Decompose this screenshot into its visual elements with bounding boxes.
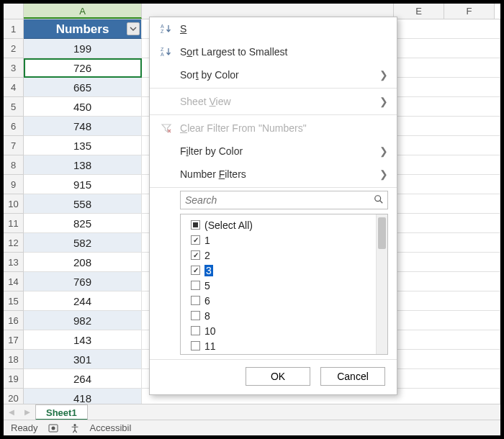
filter-value-item[interactable]: (Select All) (182, 217, 386, 232)
row-header[interactable]: 5 (4, 97, 24, 117)
filter-value-item[interactable]: 1 (182, 232, 386, 248)
select-all-corner[interactable] (4, 4, 24, 19)
row-header[interactable]: 18 (4, 350, 24, 369)
row-header[interactable]: 20 (4, 389, 24, 404)
menu-separator (150, 187, 397, 188)
row-header[interactable]: 1 (4, 19, 24, 39)
row-header[interactable]: 3 (4, 58, 24, 78)
cell[interactable]: 726 (24, 58, 142, 78)
checkbox-icon[interactable] (191, 296, 200, 305)
row-header[interactable]: 9 (4, 175, 24, 194)
checkbox-icon[interactable] (191, 266, 200, 275)
ok-button[interactable]: OK (246, 367, 310, 386)
cell[interactable]: 450 (24, 97, 142, 117)
cancel-button[interactable]: Cancel (320, 367, 385, 386)
sheet-tab-sheet1[interactable]: Sheet1 (35, 404, 88, 420)
clear-filter: Clear Filter From "Numbers" (150, 117, 397, 140)
cell[interactable]: 748 (24, 117, 142, 136)
row-header[interactable]: 12 (4, 233, 24, 253)
sheet-tabs-bar: ◄ ► Sheet1 (4, 404, 500, 420)
checkbox-icon[interactable] (191, 341, 200, 350)
tab-nav-prev[interactable]: ◄ (4, 407, 19, 417)
cell[interactable]: 135 (24, 136, 142, 155)
filter-by-color[interactable]: Filter by Color ❯ (150, 140, 397, 163)
sort-descending[interactable]: ZA Sort Largest to Smallest (150, 40, 397, 63)
cell[interactable]: 418 (24, 389, 142, 404)
sort-ascending[interactable]: AZ S (150, 17, 397, 40)
svg-text:Z: Z (161, 29, 164, 34)
cell[interactable]: 199 (24, 39, 142, 58)
filter-value-label: 8 (204, 310, 210, 322)
filter-value-label: (Select All) (204, 220, 253, 231)
filter-value-item[interactable]: 11 (182, 338, 386, 353)
filter-dropdown-button[interactable] (127, 22, 140, 35)
cell[interactable]: 982 (24, 311, 142, 330)
chevron-right-icon: ❯ (379, 145, 388, 157)
filter-value-item[interactable]: 6 (182, 293, 386, 308)
row-header[interactable]: 11 (4, 214, 24, 233)
checkbox-icon[interactable] (191, 235, 200, 245)
cell[interactable]: 301 (24, 350, 142, 369)
cell[interactable]: 665 (24, 78, 142, 97)
cell[interactable]: 769 (24, 272, 142, 291)
status-bar: Ready Accessibil (4, 420, 500, 435)
cell[interactable]: 582 (24, 233, 142, 253)
search-icon (370, 194, 387, 207)
checkbox-icon[interactable] (191, 220, 200, 230)
filter-value-label: 2 (204, 250, 210, 261)
sheet-view: Sheet View ❯ (150, 90, 397, 113)
cell[interactable]: 244 (24, 291, 142, 311)
menu-separator (150, 114, 397, 115)
accessibility-icon[interactable] (70, 423, 80, 433)
checkbox-icon[interactable] (191, 281, 200, 290)
row-header[interactable]: 16 (4, 311, 24, 330)
cell[interactable]: 138 (24, 155, 142, 175)
table-header-label: Numbers (56, 19, 109, 39)
col-header-e[interactable]: E (394, 4, 444, 19)
row-header[interactable]: 7 (4, 136, 24, 155)
checkbox-icon[interactable] (191, 326, 200, 335)
row-header[interactable]: 13 (4, 253, 24, 272)
cell[interactable]: 558 (24, 194, 142, 214)
row-header[interactable]: 15 (4, 291, 24, 311)
filter-search-box[interactable] (180, 191, 388, 209)
row-header[interactable]: 4 (4, 78, 24, 97)
number-filters[interactable]: Number Filters ❯ (150, 163, 397, 186)
filter-value-label: 1 (204, 235, 210, 246)
row-header[interactable]: 14 (4, 272, 24, 291)
table-header-numbers[interactable]: Numbers (24, 19, 142, 39)
filter-value-item[interactable]: 10 (182, 323, 386, 338)
macro-record-icon[interactable] (48, 423, 60, 433)
filter-list-scrollbar[interactable] (376, 214, 387, 354)
cell[interactable]: 264 (24, 369, 142, 389)
row-header[interactable]: 17 (4, 330, 24, 350)
cell[interactable]: 825 (24, 214, 142, 233)
row-header[interactable]: 10 (4, 194, 24, 214)
col-header-f[interactable]: F (444, 4, 495, 19)
filter-value-label: 5 (204, 280, 210, 291)
sort-by-color[interactable]: Sort by Color ❯ (150, 63, 397, 86)
menu-separator (150, 88, 397, 89)
checkbox-icon[interactable] (191, 311, 200, 320)
filter-value-item[interactable]: 8 (182, 308, 386, 323)
row-header[interactable]: 2 (4, 39, 24, 58)
filter-search-input[interactable] (181, 194, 370, 206)
tab-nav-next[interactable]: ► (19, 407, 35, 417)
scrollbar-thumb[interactable] (378, 217, 386, 249)
filter-value-label: 6 (204, 295, 210, 307)
row-header[interactable]: 8 (4, 155, 24, 175)
filter-value-item[interactable]: 2 (182, 248, 386, 263)
filter-values-list: (Select All)1235681011 (180, 214, 388, 355)
cell[interactable]: 208 (24, 253, 142, 272)
cell[interactable]: 915 (24, 175, 142, 194)
chevron-right-icon: ❯ (379, 96, 388, 107)
filter-value-item[interactable]: 3 (182, 263, 386, 278)
cell[interactable]: 143 (24, 330, 142, 350)
row-header[interactable]: 6 (4, 117, 24, 136)
filter-value-label: 10 (204, 325, 216, 337)
col-header-a[interactable]: A (24, 4, 142, 19)
filter-value-item[interactable]: 5 (182, 278, 386, 293)
checkbox-icon[interactable] (191, 250, 200, 260)
svg-text:A: A (161, 24, 164, 29)
row-header[interactable]: 19 (4, 369, 24, 389)
